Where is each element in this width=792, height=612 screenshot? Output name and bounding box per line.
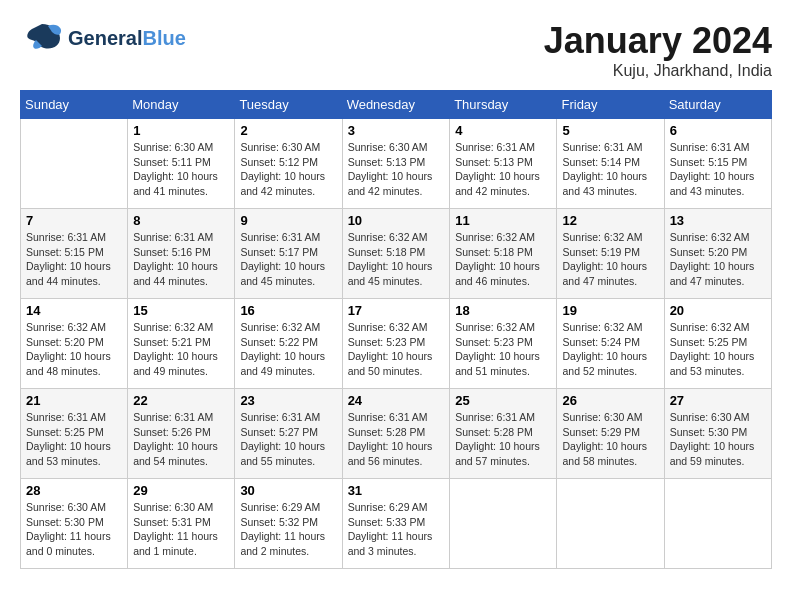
calendar-cell: 14Sunrise: 6:32 AMSunset: 5:20 PMDayligh… (21, 299, 128, 389)
day-number: 9 (240, 213, 336, 228)
calendar-cell: 19Sunrise: 6:32 AMSunset: 5:24 PMDayligh… (557, 299, 664, 389)
logo: GeneralBlue (20, 20, 186, 56)
day-info: Sunrise: 6:32 AMSunset: 5:18 PMDaylight:… (348, 230, 445, 289)
calendar-cell: 6Sunrise: 6:31 AMSunset: 5:15 PMDaylight… (664, 119, 771, 209)
title-block: January 2024 Kuju, Jharkhand, India (544, 20, 772, 80)
day-info: Sunrise: 6:32 AMSunset: 5:23 PMDaylight:… (455, 320, 551, 379)
day-info: Sunrise: 6:30 AMSunset: 5:30 PMDaylight:… (26, 500, 122, 559)
day-number: 27 (670, 393, 766, 408)
calendar-week-row: 14Sunrise: 6:32 AMSunset: 5:20 PMDayligh… (21, 299, 772, 389)
calendar-cell: 24Sunrise: 6:31 AMSunset: 5:28 PMDayligh… (342, 389, 450, 479)
day-info: Sunrise: 6:31 AMSunset: 5:14 PMDaylight:… (562, 140, 658, 199)
day-number: 24 (348, 393, 445, 408)
day-number: 4 (455, 123, 551, 138)
day-info: Sunrise: 6:32 AMSunset: 5:19 PMDaylight:… (562, 230, 658, 289)
day-header: Friday (557, 91, 664, 119)
calendar-cell: 28Sunrise: 6:30 AMSunset: 5:30 PMDayligh… (21, 479, 128, 569)
day-number: 16 (240, 303, 336, 318)
calendar-table: SundayMondayTuesdayWednesdayThursdayFrid… (20, 90, 772, 569)
day-number: 26 (562, 393, 658, 408)
calendar-cell: 30Sunrise: 6:29 AMSunset: 5:32 PMDayligh… (235, 479, 342, 569)
day-info: Sunrise: 6:31 AMSunset: 5:26 PMDaylight:… (133, 410, 229, 469)
day-header: Monday (128, 91, 235, 119)
calendar-cell: 8Sunrise: 6:31 AMSunset: 5:16 PMDaylight… (128, 209, 235, 299)
day-number: 25 (455, 393, 551, 408)
calendar-cell: 4Sunrise: 6:31 AMSunset: 5:13 PMDaylight… (450, 119, 557, 209)
calendar-cell: 11Sunrise: 6:32 AMSunset: 5:18 PMDayligh… (450, 209, 557, 299)
calendar-cell: 13Sunrise: 6:32 AMSunset: 5:20 PMDayligh… (664, 209, 771, 299)
day-info: Sunrise: 6:31 AMSunset: 5:16 PMDaylight:… (133, 230, 229, 289)
day-number: 10 (348, 213, 445, 228)
calendar-cell: 9Sunrise: 6:31 AMSunset: 5:17 PMDaylight… (235, 209, 342, 299)
day-info: Sunrise: 6:31 AMSunset: 5:25 PMDaylight:… (26, 410, 122, 469)
day-number: 22 (133, 393, 229, 408)
day-number: 2 (240, 123, 336, 138)
calendar-cell: 10Sunrise: 6:32 AMSunset: 5:18 PMDayligh… (342, 209, 450, 299)
day-info: Sunrise: 6:30 AMSunset: 5:29 PMDaylight:… (562, 410, 658, 469)
day-info: Sunrise: 6:32 AMSunset: 5:24 PMDaylight:… (562, 320, 658, 379)
day-header: Wednesday (342, 91, 450, 119)
calendar-cell: 23Sunrise: 6:31 AMSunset: 5:27 PMDayligh… (235, 389, 342, 479)
calendar-cell: 7Sunrise: 6:31 AMSunset: 5:15 PMDaylight… (21, 209, 128, 299)
day-number: 28 (26, 483, 122, 498)
page-header: GeneralBlue January 2024 Kuju, Jharkhand… (20, 20, 772, 80)
day-number: 1 (133, 123, 229, 138)
calendar-cell: 21Sunrise: 6:31 AMSunset: 5:25 PMDayligh… (21, 389, 128, 479)
day-info: Sunrise: 6:30 AMSunset: 5:13 PMDaylight:… (348, 140, 445, 199)
month-title: January 2024 (544, 20, 772, 62)
logo-general: General (68, 27, 142, 49)
day-header: Tuesday (235, 91, 342, 119)
day-number: 15 (133, 303, 229, 318)
calendar-header-row: SundayMondayTuesdayWednesdayThursdayFrid… (21, 91, 772, 119)
calendar-cell (450, 479, 557, 569)
day-number: 5 (562, 123, 658, 138)
day-number: 20 (670, 303, 766, 318)
day-info: Sunrise: 6:32 AMSunset: 5:20 PMDaylight:… (26, 320, 122, 379)
calendar-week-row: 1Sunrise: 6:30 AMSunset: 5:11 PMDaylight… (21, 119, 772, 209)
day-info: Sunrise: 6:31 AMSunset: 5:28 PMDaylight:… (348, 410, 445, 469)
day-number: 29 (133, 483, 229, 498)
day-info: Sunrise: 6:30 AMSunset: 5:31 PMDaylight:… (133, 500, 229, 559)
day-info: Sunrise: 6:32 AMSunset: 5:20 PMDaylight:… (670, 230, 766, 289)
calendar-cell: 25Sunrise: 6:31 AMSunset: 5:28 PMDayligh… (450, 389, 557, 479)
day-number: 19 (562, 303, 658, 318)
location: Kuju, Jharkhand, India (544, 62, 772, 80)
calendar-week-row: 21Sunrise: 6:31 AMSunset: 5:25 PMDayligh… (21, 389, 772, 479)
calendar-cell: 12Sunrise: 6:32 AMSunset: 5:19 PMDayligh… (557, 209, 664, 299)
calendar-cell: 15Sunrise: 6:32 AMSunset: 5:21 PMDayligh… (128, 299, 235, 389)
day-number: 8 (133, 213, 229, 228)
day-header: Sunday (21, 91, 128, 119)
calendar-week-row: 7Sunrise: 6:31 AMSunset: 5:15 PMDaylight… (21, 209, 772, 299)
day-info: Sunrise: 6:29 AMSunset: 5:33 PMDaylight:… (348, 500, 445, 559)
day-info: Sunrise: 6:30 AMSunset: 5:12 PMDaylight:… (240, 140, 336, 199)
calendar-cell: 29Sunrise: 6:30 AMSunset: 5:31 PMDayligh… (128, 479, 235, 569)
calendar-cell: 5Sunrise: 6:31 AMSunset: 5:14 PMDaylight… (557, 119, 664, 209)
calendar-cell (21, 119, 128, 209)
day-number: 30 (240, 483, 336, 498)
calendar-cell: 1Sunrise: 6:30 AMSunset: 5:11 PMDaylight… (128, 119, 235, 209)
day-info: Sunrise: 6:30 AMSunset: 5:11 PMDaylight:… (133, 140, 229, 199)
day-number: 21 (26, 393, 122, 408)
day-number: 12 (562, 213, 658, 228)
calendar-cell: 27Sunrise: 6:30 AMSunset: 5:30 PMDayligh… (664, 389, 771, 479)
day-info: Sunrise: 6:29 AMSunset: 5:32 PMDaylight:… (240, 500, 336, 559)
calendar-cell: 20Sunrise: 6:32 AMSunset: 5:25 PMDayligh… (664, 299, 771, 389)
day-header: Thursday (450, 91, 557, 119)
day-info: Sunrise: 6:32 AMSunset: 5:23 PMDaylight:… (348, 320, 445, 379)
day-info: Sunrise: 6:31 AMSunset: 5:27 PMDaylight:… (240, 410, 336, 469)
day-number: 13 (670, 213, 766, 228)
calendar-cell: 2Sunrise: 6:30 AMSunset: 5:12 PMDaylight… (235, 119, 342, 209)
calendar-cell (664, 479, 771, 569)
day-number: 3 (348, 123, 445, 138)
day-number: 17 (348, 303, 445, 318)
calendar-cell: 3Sunrise: 6:30 AMSunset: 5:13 PMDaylight… (342, 119, 450, 209)
calendar-cell: 18Sunrise: 6:32 AMSunset: 5:23 PMDayligh… (450, 299, 557, 389)
day-number: 23 (240, 393, 336, 408)
day-info: Sunrise: 6:32 AMSunset: 5:22 PMDaylight:… (240, 320, 336, 379)
day-number: 11 (455, 213, 551, 228)
day-number: 18 (455, 303, 551, 318)
day-info: Sunrise: 6:31 AMSunset: 5:28 PMDaylight:… (455, 410, 551, 469)
day-info: Sunrise: 6:31 AMSunset: 5:13 PMDaylight:… (455, 140, 551, 199)
calendar-cell: 17Sunrise: 6:32 AMSunset: 5:23 PMDayligh… (342, 299, 450, 389)
day-info: Sunrise: 6:32 AMSunset: 5:21 PMDaylight:… (133, 320, 229, 379)
